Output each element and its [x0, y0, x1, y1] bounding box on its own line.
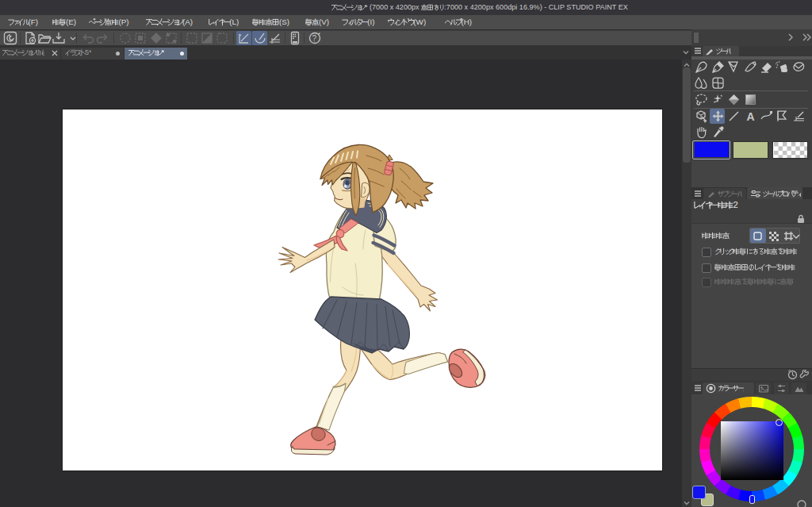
svg-text:2: 2	[733, 201, 737, 209]
svg-text:ク: ク	[728, 248, 736, 255]
svg-text:A: A	[747, 110, 755, 123]
svg-text:ク: ク	[714, 248, 722, 255]
